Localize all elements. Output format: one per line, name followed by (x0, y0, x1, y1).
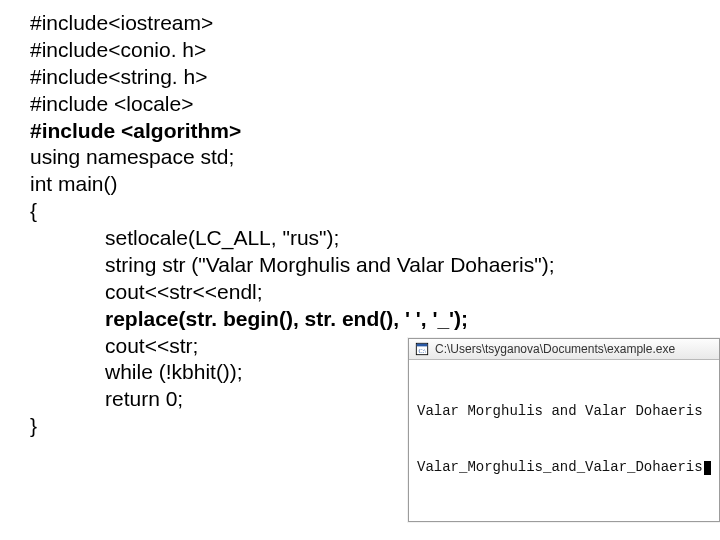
console-output-line: Valar Morghulis and Valar Dohaeris (417, 402, 711, 421)
code-line: using namespace std; (30, 144, 720, 171)
code-line: int main() (30, 171, 720, 198)
code-line: #include<string. h> (30, 64, 720, 91)
code-line: replace(str. begin(), str. end(), ' ', '… (30, 306, 720, 333)
console-title-text: C:\Users\tsyganova\Documents\example.exe (435, 342, 675, 356)
svg-text:C:\: C:\ (419, 347, 427, 353)
code-line: { (30, 198, 720, 225)
console-output-line: Valar_Morghulis_and_Valar_Dohaeris (417, 458, 711, 477)
code-line: #include <locale> (30, 91, 720, 118)
console-titlebar: C:\ C:\Users\tsyganova\Documents\example… (409, 339, 719, 360)
code-line: cout<<str<<endl; (30, 279, 720, 306)
console-body: Valar Morghulis and Valar Dohaeris Valar… (409, 360, 719, 521)
code-line: setlocale(LC_ALL, "rus"); (30, 225, 720, 252)
console-window: C:\ C:\Users\tsyganova\Documents\example… (408, 338, 720, 522)
code-line: #include <algorithm> (30, 118, 720, 145)
code-line: #include<iostream> (30, 10, 720, 37)
code-line: #include<conio. h> (30, 37, 720, 64)
code-line: string str ("Valar Morghulis and Valar D… (30, 252, 720, 279)
exe-icon: C:\ (415, 342, 429, 356)
cursor-icon (704, 461, 711, 475)
svg-rect-2 (417, 344, 428, 347)
